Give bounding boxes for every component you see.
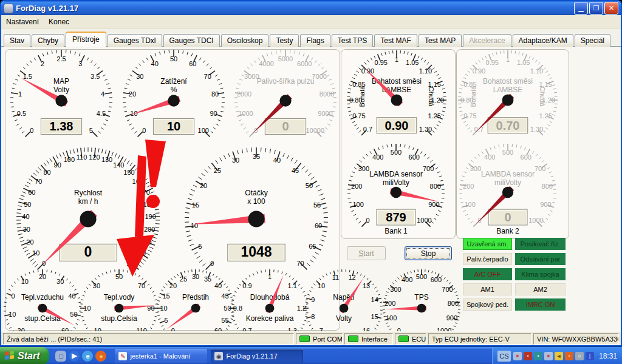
tab-test-maf[interactable]: Test MAF bbox=[374, 34, 417, 47]
indicator-klima-spojka: Klima spojka bbox=[515, 268, 566, 280]
indicator-ods-v-n-par: Odsávání par bbox=[515, 253, 566, 265]
tray-icons: ×••×◄•○| bbox=[513, 352, 594, 360]
tab-flags[interactable]: Flags bbox=[300, 34, 330, 47]
taskbar-clock[interactable]: 18:31 bbox=[599, 352, 617, 360]
close-button[interactable]: ✕ bbox=[604, 2, 618, 15]
tab-p-stroje[interactable]: Přístroje bbox=[66, 32, 106, 47]
quick-launch-bar: □▶e● bbox=[55, 351, 106, 362]
network-offline-icon[interactable]: × bbox=[513, 352, 522, 360]
indicator-posilova-z: Posilovač říz. bbox=[515, 238, 566, 250]
indicator-am2: AM2 bbox=[515, 283, 566, 295]
tab-strip: StavChybyPřístrojeGauges TDxlGauges TDCI… bbox=[1, 29, 621, 47]
menu-item-nastaveni[interactable]: Nastavení bbox=[1, 16, 44, 27]
panel-bank1 bbox=[341, 49, 456, 239]
tab-osciloskop[interactable]: Osciloskop bbox=[221, 34, 269, 47]
scheduler-icon[interactable]: • bbox=[524, 352, 532, 360]
task-button-label: ForDiag v1.21.17 bbox=[226, 352, 277, 360]
tab-gauges-tdci[interactable]: Gauges TDCI bbox=[163, 34, 220, 47]
tab-test-tps[interactable]: Test TPS bbox=[332, 34, 373, 47]
status-vin: VIN: WF0WXXGBBW5A33675 bbox=[533, 333, 619, 345]
tab-gauges-tdxl[interactable]: Gauges TDxl bbox=[108, 34, 162, 47]
tab-chyby[interactable]: Chyby bbox=[32, 34, 64, 47]
fordiag-icon: ◉ bbox=[214, 352, 223, 360]
menu-bar: Nastavení Konec bbox=[1, 15, 621, 29]
indicator-imrc-on: IMRC ON bbox=[515, 298, 566, 311]
tab-akcelerace: Akcelerace bbox=[463, 34, 511, 47]
taskbar: Start □▶e● ✎jesterka1 - Malování◉ForDiag… bbox=[0, 346, 622, 364]
status-port-label: Port COM5 bbox=[313, 335, 343, 343]
task-button-fordiag-v1-21-17[interactable]: ◉ForDiag v1.21.17 bbox=[211, 349, 303, 363]
tab-test-map[interactable]: Test MAP bbox=[419, 34, 462, 47]
indicator-paliv-erpadlo: Paliv.čerpadlo bbox=[463, 253, 512, 265]
start-menu-button[interactable]: Start bbox=[0, 347, 49, 364]
minimize-button[interactable]: ▁ bbox=[574, 2, 588, 15]
panel-bank2 bbox=[456, 49, 569, 239]
task-buttons: ✎jesterka1 - Malování◉ForDiag v1.21.17 bbox=[115, 349, 303, 363]
firefox-tray-icon[interactable]: • bbox=[565, 352, 573, 360]
language-indicator[interactable]: CS bbox=[497, 351, 511, 362]
battery-icon[interactable]: | bbox=[586, 352, 594, 360]
update-icon[interactable]: ○ bbox=[575, 352, 584, 360]
status-interface-label: Interface bbox=[361, 335, 388, 343]
status-bar: Živá data běží ... (PIDs/sec.: 41) Port … bbox=[1, 332, 621, 345]
indicator-am1: AM1 bbox=[463, 283, 512, 295]
firefox-icon[interactable]: ● bbox=[95, 351, 106, 362]
internet-explorer-icon[interactable]: e bbox=[82, 351, 93, 362]
lan-offline-icon[interactable]: × bbox=[544, 352, 553, 360]
status-ecu-label: ECU bbox=[412, 335, 426, 343]
indicator-uzav-en-sm: Uzavřená sm. bbox=[463, 238, 512, 250]
task-button-jesterka1-malov-n[interactable]: ✎jesterka1 - Malování bbox=[115, 349, 207, 363]
maximize-button[interactable]: ❐ bbox=[589, 2, 603, 15]
tab-stav[interactable]: Stav bbox=[4, 34, 30, 47]
volume-icon[interactable]: ◄ bbox=[555, 352, 563, 360]
windows-logo-icon bbox=[5, 351, 15, 361]
task-button-label: jesterka1 - Malování bbox=[130, 352, 190, 360]
system-tray: CS ×••×◄•○| 18:31 bbox=[492, 347, 622, 364]
interface-led-icon bbox=[348, 335, 358, 342]
show-desktop-icon[interactable]: □ bbox=[55, 351, 66, 362]
panel-main-gauges bbox=[5, 49, 340, 331]
tab-speci-l[interactable]: Speciál bbox=[575, 34, 610, 47]
port-led-icon bbox=[299, 335, 310, 342]
monitor-icon[interactable]: • bbox=[534, 352, 542, 360]
indicator-spojkov-ped: Spojkový ped. bbox=[463, 298, 512, 311]
status-ecu: ECU bbox=[395, 333, 426, 345]
start-menu-label: Start bbox=[18, 351, 39, 362]
status-ecu-type: Typ ECU jednotky: EEC-V bbox=[428, 333, 531, 345]
menu-item-konec[interactable]: Konec bbox=[44, 16, 74, 27]
paint-icon: ✎ bbox=[118, 352, 127, 360]
stop-button[interactable]: Stop bbox=[405, 246, 452, 260]
tab-testy[interactable]: Testy bbox=[270, 34, 299, 47]
status-interface: Interface bbox=[344, 333, 393, 345]
ecu-led-icon bbox=[398, 335, 409, 342]
title-bar: ForDiag v1.21.17 ▁ ❐ ✕ bbox=[1, 1, 621, 15]
status-port: Port COM5 bbox=[296, 333, 343, 345]
media-player-icon[interactable]: ▶ bbox=[69, 351, 80, 362]
app-icon bbox=[4, 4, 13, 13]
indicator-grid: Uzavřená sm.Posilovač říz.Paliv.čerpadlo… bbox=[463, 238, 566, 311]
indicator-a-c-off: A/C OFF bbox=[463, 268, 512, 280]
start-button[interactable]: Start bbox=[347, 246, 386, 260]
status-message: Živá data běží ... (PIDs/sec.: 41) bbox=[3, 333, 294, 345]
window-title: ForDiag v1.21.17 bbox=[16, 4, 572, 13]
tab-adaptace-kam[interactable]: Adaptace/KAM bbox=[513, 34, 573, 47]
